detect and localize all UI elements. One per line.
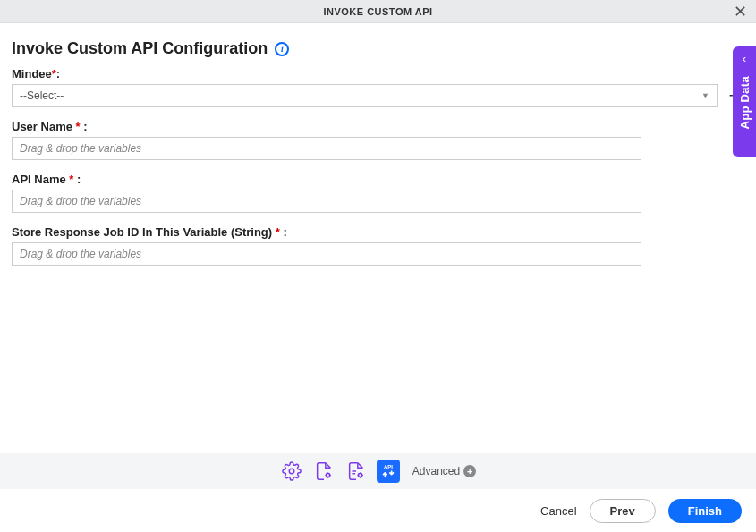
mindee-select-row: --Select-- ▼ + [12, 84, 744, 107]
label-colon: : [283, 225, 286, 239]
required-marker: * [276, 225, 280, 239]
apiname-label-text: API Name [12, 173, 66, 186]
svg-point-1 [326, 474, 329, 477]
prev-button[interactable]: Prev [590, 499, 656, 523]
required-marker: * [76, 120, 81, 133]
username-label: User Name * : [12, 120, 744, 133]
svg-point-0 [289, 469, 294, 474]
svg-text:API: API [384, 464, 393, 469]
label-colon: : [83, 120, 87, 133]
modal-title: INVOKE CUSTOM API [323, 6, 432, 17]
jobid-label: Store Response Job ID In This Variable (… [12, 225, 744, 239]
label-colon: : [56, 67, 60, 80]
chevron-down-icon: ▼ [701, 91, 709, 100]
jobid-input[interactable] [12, 242, 641, 266]
cancel-button[interactable]: Cancel [540, 504, 576, 518]
plus-circle-icon: + [463, 465, 476, 477]
username-input[interactable] [12, 137, 641, 160]
close-icon[interactable]: ✕ [734, 4, 747, 20]
apiname-input[interactable] [12, 190, 641, 213]
jobid-field-group: Store Response Job ID In This Variable (… [12, 225, 744, 266]
svg-point-4 [358, 474, 361, 477]
api-flow-icon[interactable]: API [377, 460, 400, 483]
username-field-group: User Name * : [12, 120, 744, 160]
label-colon: : [77, 173, 81, 186]
modal-header: INVOKE CUSTOM API ✕ [0, 0, 756, 23]
form-area: Mindee*: --Select-- ▼ + User Name * : AP… [0, 67, 756, 266]
footer-actions: Cancel Prev Finish [0, 489, 756, 532]
mindee-select[interactable]: --Select-- ▼ [12, 84, 718, 107]
finish-button[interactable]: Finish [668, 499, 742, 523]
info-icon[interactable]: i [275, 42, 289, 56]
app-data-side-tab[interactable]: ‹ App Data [733, 46, 756, 157]
advanced-link[interactable]: Advanced + [412, 465, 476, 477]
file-settings-icon[interactable] [344, 460, 368, 483]
apiname-label: API Name * : [12, 173, 744, 186]
file-gear-icon[interactable] [312, 460, 336, 483]
advanced-label: Advanced [412, 465, 460, 477]
app-data-label: App Data [738, 76, 752, 129]
chevron-left-icon: ‹ [743, 52, 746, 65]
apiname-field-group: API Name * : [12, 173, 744, 213]
step-toolbar: API Advanced + [0, 453, 756, 489]
mindee-selected-value: --Select-- [20, 89, 64, 102]
required-marker: * [69, 173, 73, 186]
page-title: Invoke Custom API Configuration [12, 39, 268, 58]
gear-icon[interactable] [280, 460, 303, 483]
jobid-label-text: Store Response Job ID In This Variable (… [12, 225, 272, 239]
page-title-row: Invoke Custom API Configuration i [0, 23, 756, 67]
mindee-field-group: Mindee*: --Select-- ▼ + [12, 67, 744, 107]
mindee-label: Mindee*: [12, 67, 744, 80]
mindee-label-text: Mindee [12, 67, 52, 80]
username-label-text: User Name [12, 120, 72, 133]
